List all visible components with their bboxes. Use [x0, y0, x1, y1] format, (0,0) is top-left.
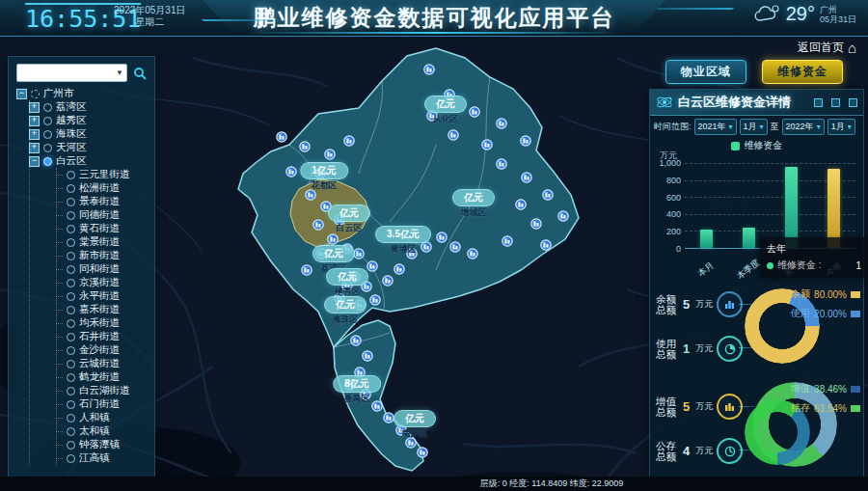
map-marker-icon[interactable] — [482, 140, 492, 150]
map-value-bubble[interactable]: 亿元 增城区 — [452, 187, 495, 219]
legend-item[interactable]: 余额 80.00% — [791, 287, 860, 301]
radio-icon[interactable] — [67, 252, 75, 260]
map-marker-icon[interactable] — [418, 448, 427, 457]
radio-icon[interactable] — [67, 171, 75, 179]
tree-node-street[interactable]: 松洲街道 — [56, 181, 150, 195]
radio-icon[interactable] — [43, 117, 52, 125]
radio-icon[interactable] — [67, 373, 75, 382]
radio-icon[interactable] — [67, 441, 75, 450]
radio-icon[interactable] — [67, 414, 75, 423]
tree-node-street[interactable]: 石门街道 — [56, 397, 150, 411]
radio-icon[interactable] — [67, 346, 75, 355]
tree-node-street[interactable]: 均禾街道 — [56, 316, 150, 330]
tree-node-street[interactable]: 同和街道 — [56, 262, 150, 276]
radio-icon[interactable] — [43, 103, 52, 112]
collapse-icon[interactable]: − — [29, 156, 40, 167]
legend-item[interactable]: 使用 20.00% — [791, 307, 860, 320]
map-marker-icon[interactable] — [497, 119, 506, 128]
radio-icon[interactable] — [67, 360, 75, 368]
expand-icon[interactable]: + — [29, 102, 40, 113]
bar-本月[interactable] — [700, 230, 713, 248]
tree-node-street[interactable]: 江高镇 — [56, 451, 150, 465]
legend-item[interactable]: 结存 61.54% — [791, 401, 860, 415]
map-marker-icon[interactable] — [497, 159, 506, 169]
radio-icon[interactable] — [67, 279, 75, 287]
radio-selected-icon[interactable] — [43, 157, 52, 166]
map-marker-icon[interactable] — [437, 232, 447, 242]
map-marker-icon[interactable] — [354, 249, 364, 259]
map-value-bubble[interactable]: 1亿元 花都区 — [300, 160, 348, 192]
tree-node-street[interactable]: 黄石街道 — [56, 222, 150, 235]
radio-icon[interactable] — [67, 292, 75, 301]
map-marker-icon[interactable] — [302, 265, 312, 275]
map-value-bubble[interactable]: 3.5亿元 黄埔区 — [375, 224, 431, 256]
map-marker-icon[interactable] — [541, 240, 551, 250]
tree-node-street[interactable]: 石井街道 — [56, 330, 150, 343]
map-marker-icon[interactable] — [502, 236, 512, 246]
map-marker-icon[interactable] — [448, 130, 458, 140]
map-marker-icon[interactable] — [367, 261, 377, 271]
radio-icon[interactable] — [43, 130, 52, 139]
tree-node-street[interactable]: 新市街道 — [56, 249, 150, 262]
map-marker-icon[interactable] — [344, 136, 354, 146]
radio-icon[interactable] — [67, 400, 75, 409]
tree-node-street[interactable]: 永平街道 — [56, 289, 150, 303]
tree-node-district[interactable]: + 越秀区 — [29, 114, 150, 127]
tree-node-street[interactable]: 白云湖街道 — [56, 384, 150, 397]
tree-node-district[interactable]: + 荔湾区 — [29, 100, 150, 114]
tree-node-street[interactable]: 京溪街道 — [56, 276, 150, 289]
tree-node-street[interactable]: 三元里街道 — [56, 168, 150, 181]
map-marker-icon[interactable] — [424, 65, 434, 74]
bar-本季度[interactable] — [743, 228, 755, 248]
radio-icon[interactable] — [67, 238, 75, 247]
map-marker-icon[interactable] — [286, 167, 296, 177]
expand-icon[interactable]: + — [29, 116, 40, 126]
tree-node-city[interactable]: − 广州市 — [16, 87, 150, 100]
map-marker-icon[interactable] — [313, 220, 323, 230]
tree-node-street[interactable]: 同德街道 — [56, 208, 150, 222]
repair-fund-button[interactable]: 维修资金 — [762, 60, 843, 84]
map-marker-icon[interactable] — [277, 132, 286, 142]
radio-icon[interactable] — [67, 454, 75, 463]
radio-icon[interactable] — [67, 427, 75, 436]
radio-icon[interactable] — [67, 306, 75, 314]
map-marker-icon[interactable] — [325, 150, 335, 159]
property-zone-button[interactable]: 物业区域 — [665, 60, 746, 84]
search-input[interactable] — [17, 67, 126, 83]
map-marker-icon[interactable] — [363, 351, 372, 361]
radio-icon[interactable] — [67, 211, 75, 220]
map-marker-icon[interactable] — [300, 142, 310, 151]
tree-node-street[interactable]: 云城街道 — [56, 357, 150, 370]
map-marker-icon[interactable] — [522, 173, 531, 182]
bar-今年[interactable] — [827, 169, 840, 248]
map-marker-icon[interactable] — [531, 219, 541, 229]
from-month-select[interactable]: 1月 ▾ — [740, 119, 768, 135]
map-marker-icon[interactable] — [543, 190, 553, 200]
from-year-select[interactable]: 2021年 ▾ — [694, 119, 737, 135]
map-marker-icon[interactable] — [470, 107, 479, 117]
radio-icon[interactable] — [67, 184, 75, 193]
to-month-select[interactable]: 1月 ▾ — [827, 119, 855, 135]
radio-icon[interactable] — [67, 387, 75, 396]
radio-icon[interactable] — [67, 198, 75, 206]
map-marker-icon[interactable] — [394, 264, 404, 274]
map-value-bubble[interactable]: 8亿元 番禺区 — [333, 373, 381, 405]
expand-icon[interactable]: + — [29, 129, 40, 140]
tree-node-street[interactable]: 景泰街道 — [56, 195, 150, 208]
tree-node-street[interactable]: 棠景街道 — [56, 235, 150, 249]
map-marker-icon[interactable] — [384, 413, 393, 423]
legend-item[interactable]: 增值 38.46% — [791, 382, 860, 396]
tree-node-district-selected[interactable]: − 白云区 — [29, 154, 150, 168]
back-home-link[interactable]: 返回首页 ⌂ — [798, 40, 856, 56]
radio-icon[interactable] — [31, 90, 40, 98]
tree-node-street[interactable]: 钟落潭镇 — [56, 438, 150, 451]
map-marker-icon[interactable] — [558, 211, 568, 221]
map-marker-icon[interactable] — [516, 200, 526, 209]
map-marker-icon[interactable] — [468, 249, 477, 259]
map-marker-icon[interactable] — [450, 242, 460, 252]
map-marker-icon[interactable] — [521, 136, 530, 146]
to-year-select[interactable]: 2022年 ▾ — [782, 119, 825, 135]
map-marker-icon[interactable] — [351, 336, 361, 345]
search-button[interactable] — [131, 65, 149, 82]
tree-node-district[interactable]: + 海珠区 — [29, 127, 150, 141]
